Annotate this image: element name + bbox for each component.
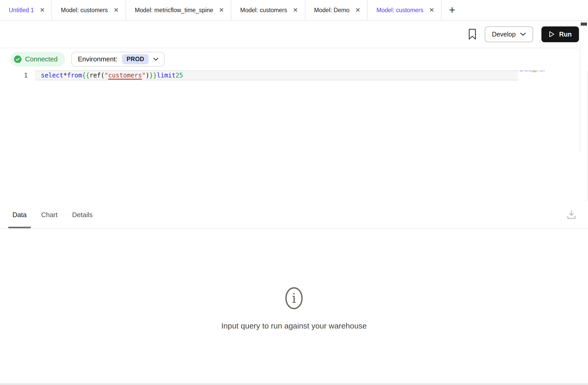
tab-label: Model: Demo — [314, 7, 350, 14]
code-token: customers — [108, 72, 142, 79]
code-token: ref — [90, 72, 101, 79]
close-icon[interactable]: ✕ — [429, 7, 434, 13]
tab-model-demo[interactable]: Model: Demo ✕ — [305, 0, 368, 20]
tab-details[interactable]: Details — [68, 201, 97, 228]
close-icon[interactable]: ✕ — [40, 7, 45, 13]
query-editor-section: Connected Environment: PROD 1 select * f… — [0, 48, 588, 201]
close-icon[interactable]: ✕ — [219, 7, 224, 13]
code-token: select — [520, 70, 523, 72]
tab-chart[interactable]: Chart — [37, 201, 62, 228]
code-token: " — [105, 72, 108, 79]
run-button[interactable]: Run — [541, 26, 579, 42]
tab-model-customers-1[interactable]: Model: customers ✕ — [52, 0, 126, 20]
code-line-content[interactable]: select * from {{ ref("customers") }} lim… — [35, 70, 518, 81]
environment-value-chip: PROD — [122, 54, 149, 64]
horizontal-scrollbar-track[interactable] — [0, 383, 588, 385]
status-row: Connected Environment: PROD — [10, 52, 588, 67]
code-token: from — [67, 72, 82, 79]
tab-untitled-1[interactable]: Untitled 1 ✕ — [0, 0, 52, 20]
code-token: select — [41, 72, 63, 79]
connection-status-badge: Connected — [10, 52, 65, 67]
new-tab-button[interactable]: + — [442, 0, 463, 20]
info-icon: i — [285, 287, 303, 310]
tab-model-customers-2[interactable]: Model: customers ✕ — [231, 0, 305, 20]
tab-data[interactable]: Data — [8, 201, 31, 228]
run-button-label: Run — [559, 31, 572, 38]
code-token: {{ — [82, 72, 90, 79]
results-panel: Data Chart Details i Inpu — [0, 201, 588, 385]
tab-label: Model: customers — [61, 7, 108, 14]
tab-label: Model: customers — [376, 7, 423, 14]
develop-button-label: Develop — [492, 31, 516, 38]
download-icon — [567, 210, 576, 220]
close-icon[interactable]: ✕ — [355, 7, 360, 13]
tab-model-customers-3[interactable]: Model: customers ✕ — [368, 0, 442, 20]
code-token: customers — [532, 70, 537, 72]
chevron-down-icon — [153, 58, 158, 61]
connection-status-label: Connected — [25, 55, 58, 63]
code-token: limit — [157, 72, 175, 79]
code-token: ) — [146, 72, 149, 79]
download-results-button[interactable] — [567, 201, 576, 228]
editor-tab-bar: Untitled 1 ✕ Model: customers ✕ Model: m… — [0, 0, 588, 21]
editor-minimap[interactable]: select * from {{ ref("customers") }} lim… — [520, 70, 548, 73]
code-token: 25 — [175, 72, 183, 79]
environment-selector[interactable]: Environment: PROD — [71, 52, 165, 67]
empty-state-message: Input query to run against your warehous… — [221, 322, 367, 330]
bookmark-button[interactable] — [468, 28, 476, 40]
tab-label: Model: metricflow_time_spine — [135, 7, 213, 14]
environment-label: Environment: — [78, 55, 117, 63]
line-number-gutter: 1 — [0, 70, 35, 81]
results-empty-state: i Input query to run against your wareho… — [0, 287, 588, 330]
check-circle-icon — [14, 55, 21, 63]
info-glyph: i — [292, 290, 296, 306]
tab-label: Untitled 1 — [9, 7, 34, 14]
editor-scrollbar[interactable] — [580, 22, 587, 153]
code-token: ( — [101, 72, 104, 79]
code-token: from — [525, 70, 527, 72]
code-token: " — [142, 72, 145, 79]
code-token: }} — [149, 72, 157, 79]
code-line-1: 1 select * from {{ ref("customers") }} l… — [0, 70, 588, 81]
tab-label: Model: customers — [240, 7, 287, 14]
bookmark-icon — [468, 28, 476, 40]
develop-button[interactable]: Develop — [485, 26, 533, 42]
results-tab-bar: Data Chart Details — [0, 201, 588, 229]
toolbar: Develop Run — [0, 21, 588, 48]
code-token: limit — [540, 70, 543, 72]
tab-model-metricflow-time-spine[interactable]: Model: metricflow_time_spine ✕ — [126, 0, 231, 20]
minimap-line: select * from {{ ref("customers") }} lim… — [520, 70, 524, 72]
play-icon — [549, 31, 555, 38]
code-token: * — [63, 72, 67, 79]
code-token: 25 — [543, 70, 545, 72]
ide-window: Untitled 1 ✕ Model: customers ✕ Model: m… — [0, 0, 588, 385]
close-icon[interactable]: ✕ — [293, 7, 298, 13]
chevron-down-icon — [520, 32, 526, 36]
scrollbar-thumb[interactable] — [581, 23, 587, 26]
close-icon[interactable]: ✕ — [114, 7, 119, 13]
